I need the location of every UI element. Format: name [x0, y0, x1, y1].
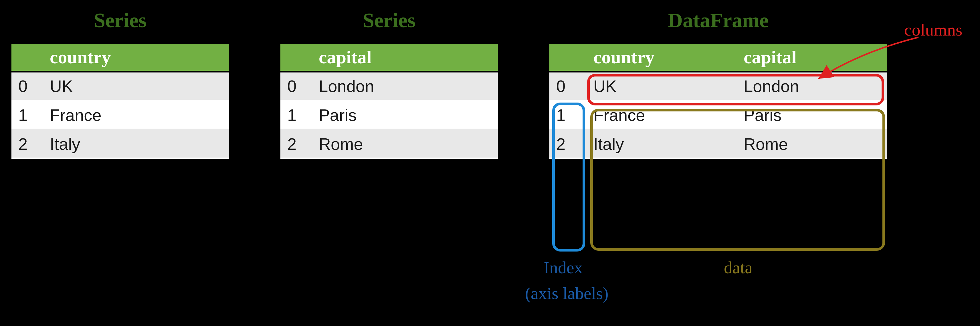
- table-row: 1 France Paris: [549, 101, 887, 129]
- series1-cell-0: UK: [43, 72, 229, 101]
- dataframe-header-1: capital: [737, 44, 887, 72]
- dataframe-index-2: 2: [549, 129, 587, 158]
- series1-title: Series: [11, 9, 229, 32]
- series2-cell-0: London: [312, 72, 498, 101]
- dataframe-title: DataFrame: [549, 9, 887, 32]
- dataframe-index-0: 0: [549, 72, 587, 101]
- series1-panel: Series country 0 UK 1 France 2 Italy: [11, 9, 229, 159]
- annotation-axis-labels: (axis labels): [525, 284, 609, 304]
- series2-cell-1: Paris: [312, 101, 498, 129]
- dataframe-cell-1-1: Paris: [737, 101, 887, 129]
- series2-index-1: 1: [280, 101, 312, 129]
- dataframe-cell-2-0: Italy: [587, 129, 737, 158]
- dataframe-cell-2-1: Rome: [737, 129, 887, 158]
- series2-cell-2: Rome: [312, 129, 498, 158]
- dataframe-panel: DataFrame country capital 0 UK London 1 …: [549, 9, 887, 159]
- series1-header-row: country: [11, 44, 229, 72]
- series1-index-2: 2: [11, 129, 43, 158]
- table-row: 2 Italy Rome: [549, 129, 887, 158]
- series1-cell-2: Italy: [43, 129, 229, 158]
- table-row: 1 France: [11, 101, 229, 129]
- table-row: 2 Rome: [280, 129, 498, 158]
- series2-table: capital 0 London 1 Paris 2 Rome: [280, 44, 498, 159]
- series2-panel: Series capital 0 London 1 Paris 2 Rome: [280, 9, 498, 159]
- table-row: 1 Paris: [280, 101, 498, 129]
- series1-index-0: 0: [11, 72, 43, 101]
- dataframe-cell-0-0: UK: [587, 72, 737, 101]
- table-row: 0 London: [280, 72, 498, 101]
- series1-index-1: 1: [11, 101, 43, 129]
- dataframe-header-0: country: [587, 44, 737, 72]
- dataframe-cell-1-0: France: [587, 101, 737, 129]
- table-row: 2 Italy: [11, 129, 229, 158]
- annotation-index: Index: [544, 258, 583, 278]
- series2-index-2: 2: [280, 129, 312, 158]
- dataframe-index-1: 1: [549, 101, 587, 129]
- table-row: 0 UK: [11, 72, 229, 101]
- series2-header-row: capital: [280, 44, 498, 72]
- series2-title: Series: [280, 9, 498, 32]
- series2-index-0: 0: [280, 72, 312, 101]
- annotation-columns: columns: [904, 20, 962, 40]
- series1-header: country: [43, 44, 229, 72]
- dataframe-table: country capital 0 UK London 1 France Par…: [549, 44, 887, 159]
- annotation-data: data: [724, 258, 752, 278]
- series2-header: capital: [312, 44, 498, 72]
- dataframe-header-row: country capital: [549, 44, 887, 72]
- series1-cell-1: France: [43, 101, 229, 129]
- series1-table: country 0 UK 1 France 2 Italy: [11, 44, 229, 159]
- table-row: 0 UK London: [549, 72, 887, 101]
- dataframe-cell-0-1: London: [737, 72, 887, 101]
